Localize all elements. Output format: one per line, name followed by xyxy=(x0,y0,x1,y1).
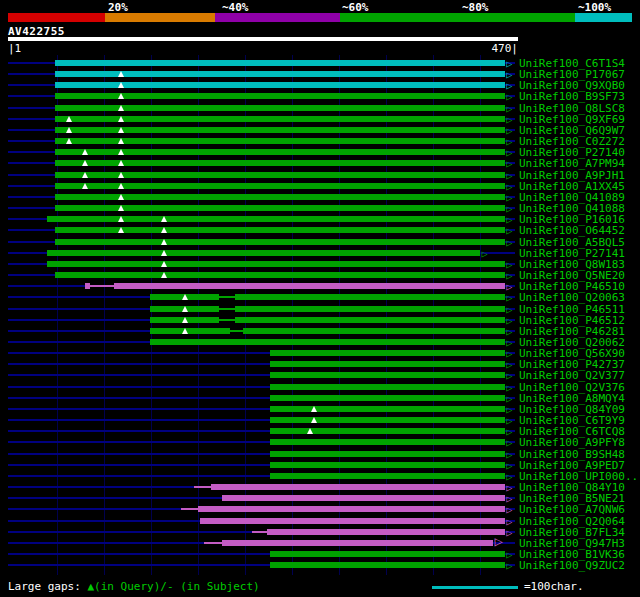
subject-arrow-icon: ▷ xyxy=(506,103,512,114)
uniref-label[interactable]: UniRef100_B9SF73 xyxy=(519,91,625,102)
alignment-segment[interactable] xyxy=(270,451,505,457)
alignment-row: ▷UniRef100_P46511 xyxy=(0,304,640,315)
alignment-segment[interactable] xyxy=(270,551,505,557)
alignment-segment[interactable] xyxy=(200,518,505,524)
alignment-row: ▷UniRef100_Q9ZUC2 xyxy=(0,560,640,571)
alignment-segment[interactable] xyxy=(235,294,506,300)
subject-arrow-icon: ▷ xyxy=(506,304,512,315)
gap-mark-icon xyxy=(118,227,124,233)
gap-mark-icon xyxy=(82,160,88,166)
legend-unit-label: =100char. xyxy=(524,581,584,593)
alignment-segment[interactable] xyxy=(270,361,505,367)
alignment-row: ▷UniRef100_Q2V376 xyxy=(0,382,640,393)
alignment-plot: ▷UniRef100_C6T1S4▷UniRef100_P17067▷UniRe… xyxy=(0,0,640,597)
uniref-label[interactable]: UniRef100_A7QNW6 xyxy=(519,504,625,515)
alignment-segment[interactable] xyxy=(150,328,230,334)
alignment-segment[interactable] xyxy=(55,239,505,245)
alignment-segment[interactable] xyxy=(270,562,505,568)
alignment-segment[interactable] xyxy=(114,283,506,289)
uniref-label[interactable]: UniRef100_O64452 xyxy=(519,225,625,236)
uniref-label[interactable]: UniRef100_A5BQL5 xyxy=(519,237,625,248)
alignment-row: ▷UniRef100_A7PM94 xyxy=(0,158,640,169)
subject-arrow-icon: ▷ xyxy=(506,270,512,281)
gap-mark-icon xyxy=(118,194,124,200)
subject-arrow-icon: ▷ xyxy=(506,370,512,381)
alignment-row: ▷UniRef100_A7QNW6 xyxy=(0,504,640,515)
legend-scale-line xyxy=(432,586,518,589)
uniref-label[interactable]: UniRef100_B9SH48 xyxy=(519,449,625,460)
gap-mark-icon xyxy=(182,317,188,323)
subject-arrow-icon: ▷ xyxy=(506,359,512,370)
subject-arrow-icon: ▷ xyxy=(506,560,512,571)
subject-arrow-icon: ▷ xyxy=(506,516,512,527)
subject-arrow-icon: ▷ xyxy=(506,147,512,158)
alignment-segment[interactable] xyxy=(47,216,505,222)
alignment-segment[interactable] xyxy=(270,395,505,401)
alignment-segment[interactable] xyxy=(270,473,505,479)
subject-arrow-icon: ▷ xyxy=(506,292,512,303)
subject-arrow-icon: ▷ xyxy=(506,214,512,225)
alignment-segment[interactable] xyxy=(47,261,505,267)
alignment-segment[interactable] xyxy=(211,484,505,490)
gap-mark-icon xyxy=(118,82,124,88)
alignment-segment[interactable] xyxy=(267,529,505,535)
subject-arrow-icon: ▷ xyxy=(506,471,512,482)
uniref-label[interactable]: UniRef100_Q8LSC8 xyxy=(519,103,625,114)
alignment-segment[interactable] xyxy=(243,328,505,334)
gaps-legend: Large gaps: ▲(in Query)/- (in Subject) xyxy=(8,581,260,593)
subject-arrow-icon: ▷ xyxy=(494,536,502,547)
subject-arrow-icon: ▷ xyxy=(506,437,512,448)
subject-arrow-icon: ▷ xyxy=(506,504,512,515)
alignment-segment[interactable] xyxy=(270,462,505,468)
uniref-label[interactable]: UniRef100_Q2V376 xyxy=(519,382,625,393)
subject-arrow-icon: ▷ xyxy=(506,136,512,147)
alignment-segment[interactable] xyxy=(235,317,506,323)
alignment-segment[interactable] xyxy=(150,339,505,345)
gap-mark-icon xyxy=(118,216,124,222)
subject-arrow-icon: ▷ xyxy=(506,158,512,169)
gap-mark-icon xyxy=(118,160,124,166)
alignment-segment[interactable] xyxy=(47,250,481,256)
gap-mark-icon xyxy=(161,272,167,278)
alignment-row: ▷UniRef100_O64452 xyxy=(0,225,640,236)
subject-arrow-icon: ▷ xyxy=(506,460,512,471)
uniref-label[interactable]: UniRef100_A9PFY8 xyxy=(519,437,625,448)
uniref-label[interactable]: UniRef100_A9PJH1 xyxy=(519,170,625,181)
subject-arrow-icon: ▷ xyxy=(506,91,512,102)
alignment-segment[interactable] xyxy=(270,372,505,378)
alignment-segment[interactable] xyxy=(270,439,505,445)
alignment-segment[interactable] xyxy=(198,506,505,512)
alignment-row: ▷UniRef100_A5BQL5 xyxy=(0,237,640,248)
alignment-segment[interactable] xyxy=(270,350,505,356)
uniref-label[interactable]: UniRef100_Q2V377 xyxy=(519,370,625,381)
uniref-label[interactable]: UniRef100_Q2Q064 xyxy=(519,516,625,527)
alignment-segment[interactable] xyxy=(270,384,505,390)
gap-mark-icon xyxy=(82,183,88,189)
gap-mark-icon xyxy=(118,71,124,77)
alignment-segment[interactable] xyxy=(55,272,505,278)
subject-arrow-icon: ▷ xyxy=(506,192,512,203)
alignment-row: ▷UniRef100_B9SF73 xyxy=(0,91,640,102)
alignment-segment[interactable] xyxy=(55,60,505,66)
uniref-label[interactable]: UniRef100_Q20063 xyxy=(519,292,625,303)
alignment-segment[interactable] xyxy=(235,306,506,312)
gap-mark-icon xyxy=(118,105,124,111)
alignment-segment[interactable] xyxy=(270,417,505,423)
alignment-row: ▷UniRef100_Q8LSC8 xyxy=(0,103,640,114)
gap-mark-icon xyxy=(118,116,124,122)
alignment-segment[interactable] xyxy=(222,495,506,501)
uniref-label[interactable]: UniRef100_A7PM94 xyxy=(519,158,625,169)
legend-gaps-detail: ▲(in Query)/- (in Subject) xyxy=(87,580,259,593)
alignment-segment[interactable] xyxy=(270,406,505,412)
uniref-label[interactable]: UniRef100_Q9ZUC2 xyxy=(519,560,625,571)
alignment-segment[interactable] xyxy=(85,283,90,289)
uniref-label[interactable]: UniRef100_P46511 xyxy=(519,304,625,315)
subject-arrow-icon: ▷ xyxy=(506,426,512,437)
subject-arrow-icon: ▷ xyxy=(506,493,512,504)
gap-mark-icon xyxy=(307,428,313,434)
alignment-segment[interactable] xyxy=(270,428,505,434)
subject-arrow-icon: ▷ xyxy=(506,237,512,248)
subject-arrow-icon: ▷ xyxy=(506,348,512,359)
subject-arrow-icon: ▷ xyxy=(506,225,512,236)
alignment-segment[interactable] xyxy=(222,540,494,546)
